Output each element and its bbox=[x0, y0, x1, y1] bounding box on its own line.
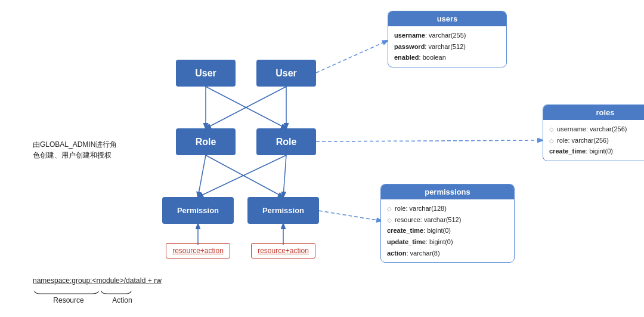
table-row: ◇ resource: varchar(512) bbox=[387, 214, 508, 226]
svg-line-6 bbox=[198, 155, 286, 197]
permissions-table-body: ◇ role: varchar(128) ◇ resource: varchar… bbox=[381, 199, 514, 262]
svg-line-1 bbox=[206, 87, 286, 128]
svg-line-12 bbox=[319, 211, 382, 221]
roles-table-header: roles bbox=[543, 105, 644, 120]
table-row: action: varchar(8) bbox=[387, 248, 508, 259]
role-node-1: Role bbox=[176, 128, 236, 155]
svg-line-10 bbox=[316, 41, 388, 73]
roles-table-body: ◇ username: varchar(256) ◇ role: varchar… bbox=[543, 120, 644, 161]
user-node-1: User bbox=[176, 60, 236, 87]
svg-line-5 bbox=[206, 155, 283, 197]
table-row: create_time: bigint(0) bbox=[387, 225, 508, 236]
table-row: username: varchar(255) bbox=[394, 30, 500, 41]
svg-line-2 bbox=[206, 87, 286, 128]
resource-action-2: resource+action bbox=[251, 243, 315, 258]
user-node-2: User bbox=[256, 60, 316, 87]
roles-table: roles ◇ username: varchar(256) ◇ role: v… bbox=[543, 104, 644, 161]
permissions-table: permissions ◇ role: varchar(128) ◇ resou… bbox=[380, 184, 515, 263]
table-row: ◇ role: varchar(128) bbox=[387, 203, 508, 214]
table-row: password: varchar(512) bbox=[394, 41, 500, 53]
resource-brace-label: Resource bbox=[36, 296, 101, 304]
role-node-2: Role bbox=[256, 128, 316, 155]
svg-line-7 bbox=[283, 155, 286, 197]
table-row: enabled: boolean bbox=[394, 52, 500, 63]
permissions-table-header: permissions bbox=[381, 184, 514, 199]
users-table-body: username: varchar(255) password: varchar… bbox=[388, 26, 506, 67]
svg-line-4 bbox=[198, 155, 206, 197]
table-row: create_time: bigint(0) bbox=[549, 146, 644, 157]
permission-node-2: Permission bbox=[247, 197, 319, 224]
table-row: ◇ username: varchar(256) bbox=[549, 124, 644, 135]
table-row: ◇ role: varchar(256) bbox=[549, 135, 644, 146]
diagram-container: User User Role Role Permission Permissio… bbox=[0, 0, 644, 317]
global-admin-label: 由GLOBAL_ADMIN进行角 色创建、用户创建和授权 bbox=[33, 128, 143, 161]
action-brace-label: Action bbox=[104, 296, 140, 304]
svg-line-11 bbox=[316, 140, 543, 141]
permission-node-1: Permission bbox=[162, 197, 234, 224]
namespace-label: namespace:group:<module>/dataId + rw bbox=[33, 275, 162, 285]
users-table-header: users bbox=[388, 11, 506, 26]
resource-action-1: resource+action bbox=[166, 243, 230, 258]
table-row: update_time: bigint(0) bbox=[387, 236, 508, 248]
users-table: users username: varchar(255) password: v… bbox=[388, 11, 507, 67]
